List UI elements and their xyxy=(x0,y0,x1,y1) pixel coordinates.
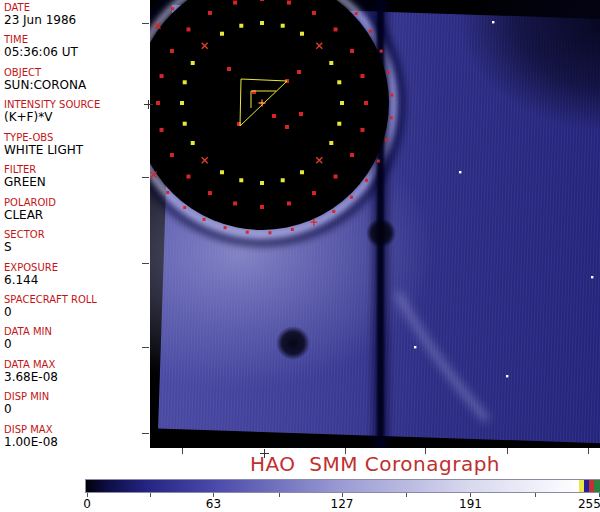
left-axis-tick xyxy=(142,347,149,348)
metadata-field: TIME05:36:06 UT xyxy=(4,34,148,66)
colorbar-label: 0 xyxy=(83,497,91,511)
ring-dot xyxy=(183,206,186,209)
field-value: (K+F)*V xyxy=(4,111,148,124)
ring-dot xyxy=(260,21,264,25)
ring-dot xyxy=(287,1,291,5)
ring-dot xyxy=(291,228,294,231)
ring-dot xyxy=(312,11,316,15)
colorbar-tick xyxy=(535,493,536,497)
ring-dot xyxy=(350,196,353,199)
ring-dot xyxy=(365,179,368,182)
colorbar-label: 191 xyxy=(459,497,482,511)
ring-dot xyxy=(355,12,358,15)
ring-dot xyxy=(390,116,393,119)
ring-dot xyxy=(340,101,344,105)
ring-dot xyxy=(260,0,264,1)
ring-dot xyxy=(297,70,301,74)
colorbar-tick xyxy=(406,493,407,497)
ring-dot xyxy=(281,24,285,28)
ring-dot xyxy=(332,210,335,213)
ring-dot xyxy=(260,181,264,185)
ring-dot xyxy=(300,32,304,36)
ring-dot xyxy=(239,178,243,182)
ring-dot xyxy=(329,61,333,65)
ring-dot xyxy=(380,50,383,53)
ring-dot xyxy=(233,201,237,205)
ring-dot xyxy=(285,125,289,129)
ring-dot xyxy=(186,27,190,31)
ring-dot xyxy=(334,175,338,179)
ring-dot xyxy=(160,74,164,78)
ring-dot xyxy=(227,67,231,71)
ring-dot xyxy=(224,226,227,229)
field-label: EXPOSURE xyxy=(4,262,148,273)
ring-dot xyxy=(385,138,388,141)
metadata-field: DISP MAX1.00E-08 xyxy=(4,424,148,456)
star-point xyxy=(414,346,416,348)
field-label: FILTER xyxy=(4,164,148,175)
ring-dot xyxy=(160,128,164,132)
field-value: 23 Jun 1986 xyxy=(4,14,148,27)
ring-dot xyxy=(312,191,316,195)
metadata-field: DATE23 Jun 1986 xyxy=(4,2,148,34)
field-value: 1.00E-08 xyxy=(4,436,148,449)
field-value: 6.144 xyxy=(4,274,148,287)
field-value: CLEAR xyxy=(4,209,148,222)
ring-dot xyxy=(220,32,224,36)
field-value: 0 xyxy=(4,306,148,319)
colorbar-tick xyxy=(150,493,151,497)
coronagraph-rendering xyxy=(150,0,600,448)
ring-dot xyxy=(350,49,354,53)
ring-dot xyxy=(183,80,187,84)
star-point xyxy=(591,276,593,278)
ring-dot xyxy=(337,80,341,84)
ring-dot xyxy=(360,74,364,78)
field-label: POLAROID xyxy=(4,197,148,208)
ring-dot xyxy=(299,112,303,116)
colorbar-tick xyxy=(279,493,280,497)
field-value: 05:36:06 UT xyxy=(4,46,148,59)
ring-dot xyxy=(287,201,291,205)
metadata-field: SPACECRAFT ROLL0 xyxy=(4,294,148,326)
ring-dot xyxy=(156,101,160,105)
field-label: DATA MAX xyxy=(4,359,148,370)
metadata-field: SECTORS xyxy=(4,229,148,261)
ring-dot xyxy=(208,191,212,195)
left-axis-tick xyxy=(142,23,149,24)
field-label: OBJECT xyxy=(4,67,148,78)
left-axis-center-tick xyxy=(144,100,153,109)
field-label: DATA MIN xyxy=(4,326,148,337)
ring-dot xyxy=(281,178,285,182)
field-value: WHITE LIGHT xyxy=(4,144,148,157)
ring-dot xyxy=(202,218,205,221)
intensity-colorbar xyxy=(85,479,600,493)
pylon-blob xyxy=(366,218,396,248)
left-axis-tick xyxy=(142,263,149,264)
metadata-field: INTENSITY SOURCE(K+F)*V xyxy=(4,99,148,131)
colorbar-label: 127 xyxy=(331,497,354,511)
field-label: DISP MAX xyxy=(4,424,148,435)
ring-dot xyxy=(220,170,224,174)
star-point xyxy=(459,171,461,173)
ring-dot xyxy=(387,71,390,74)
ring-dot xyxy=(239,24,243,28)
ring-dot xyxy=(377,160,380,163)
field-label: INTENSITY SOURCE xyxy=(4,99,148,110)
colorbar-label: 255 xyxy=(578,497,600,511)
ring-dot xyxy=(390,94,393,97)
ring-dot xyxy=(272,114,276,118)
colorbar-label: 63 xyxy=(206,497,221,511)
ring-dot xyxy=(180,101,184,105)
field-value: 0 xyxy=(4,338,148,351)
image-title: HAO SMM Coronagraph xyxy=(150,452,600,476)
ring-dot xyxy=(246,231,249,234)
ring-dot xyxy=(369,30,372,33)
ring-dot xyxy=(186,175,190,179)
ring-dot xyxy=(268,231,271,234)
field-label: DISP MIN xyxy=(4,391,148,402)
ring-dot xyxy=(350,153,354,157)
ring-dot xyxy=(208,11,212,15)
star-point xyxy=(506,375,508,377)
dust-blob xyxy=(276,326,310,360)
ring-dot xyxy=(183,122,187,126)
